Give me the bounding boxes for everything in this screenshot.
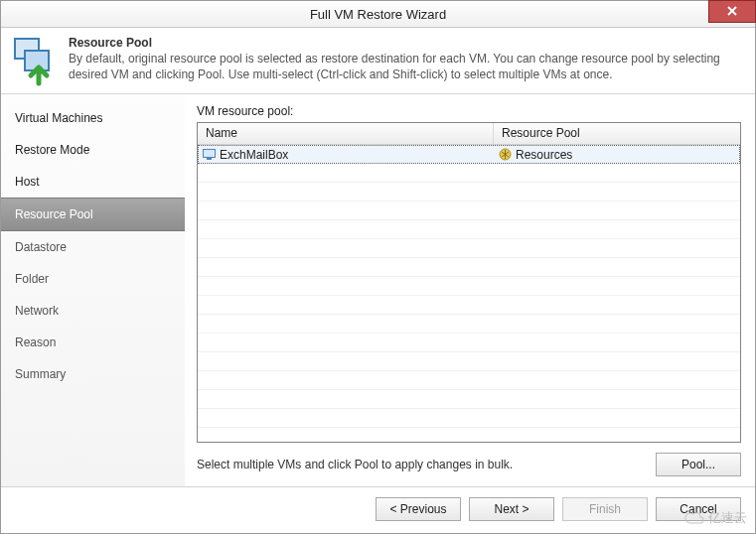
header-description: By default, original resource pool is se…: [69, 52, 745, 82]
titlebar: Full VM Restore Wizard: [1, 1, 755, 28]
next-button[interactable]: Next >: [469, 497, 554, 521]
vm-icon: [203, 149, 216, 160]
wizard-step-reason[interactable]: Reason: [1, 327, 185, 358]
table-header-row: Name Resource Pool: [198, 123, 740, 145]
wizard-footer: < Previous Next > Finish Cancel: [1, 486, 755, 533]
previous-button[interactable]: < Previous: [376, 497, 461, 521]
table-row[interactable]: [198, 371, 740, 390]
finish-button: Finish: [562, 497, 648, 521]
column-header-name[interactable]: Name: [198, 123, 494, 144]
table-row[interactable]: [198, 428, 740, 442]
table-row[interactable]: [198, 258, 740, 277]
table-row[interactable]: [198, 352, 740, 371]
table-row[interactable]: [198, 334, 740, 352]
table-label: VM resource pool:: [197, 104, 741, 118]
wizard-step-resource-pool[interactable]: Resource Pool: [1, 198, 185, 231]
wizard-header: Resource Pool By default, original resou…: [1, 28, 755, 94]
wizard-step-summary[interactable]: Summary: [1, 358, 185, 390]
wizard-steps-sidebar: Virtual MachinesRestore ModeHostResource…: [1, 94, 185, 486]
window-title: Full VM Restore Wizard: [310, 7, 446, 22]
table-row[interactable]: [198, 183, 740, 201]
table-row[interactable]: [198, 164, 740, 183]
pool-button[interactable]: Pool...: [656, 453, 741, 476]
table-row[interactable]: [198, 220, 740, 239]
wizard-step-network[interactable]: Network: [1, 295, 185, 327]
wizard-step-virtual-machines[interactable]: Virtual Machines: [1, 102, 185, 134]
resource-pool-cell: Resources: [516, 148, 572, 162]
table-row[interactable]: [198, 239, 740, 258]
table-row[interactable]: [198, 277, 740, 296]
close-icon: [726, 4, 738, 20]
table-body[interactable]: ExchMailBoxResources: [198, 145, 740, 442]
vm-name-cell: ExchMailBox: [220, 148, 288, 162]
vm-resource-pool-table: Name Resource Pool ExchMailBoxResources: [197, 122, 741, 443]
svg-rect-2: [204, 150, 216, 158]
table-row[interactable]: [198, 201, 740, 220]
wizard-step-folder[interactable]: Folder: [1, 263, 185, 295]
table-row[interactable]: [198, 390, 740, 409]
table-row[interactable]: [198, 315, 740, 334]
resource-pool-wizard-icon: [9, 36, 57, 83]
table-row[interactable]: ExchMailBoxResources: [198, 145, 740, 164]
table-row[interactable]: [198, 409, 740, 428]
cancel-button[interactable]: Cancel: [656, 497, 741, 521]
wizard-step-host[interactable]: Host: [1, 166, 185, 198]
svg-rect-3: [207, 158, 212, 160]
resource-pool-icon: [499, 148, 512, 161]
wizard-step-datastore[interactable]: Datastore: [1, 231, 185, 263]
table-row[interactable]: [198, 296, 740, 315]
column-header-resource-pool[interactable]: Resource Pool: [494, 123, 740, 144]
header-title: Resource Pool: [69, 36, 745, 50]
bulk-hint-text: Select multiple VMs and click Pool to ap…: [197, 458, 646, 471]
close-button[interactable]: [708, 0, 756, 23]
wizard-main-panel: VM resource pool: Name Resource Pool Exc…: [185, 94, 755, 486]
wizard-window: Full VM Restore Wizard Resource Pool By …: [0, 0, 756, 534]
wizard-step-restore-mode[interactable]: Restore Mode: [1, 134, 185, 166]
